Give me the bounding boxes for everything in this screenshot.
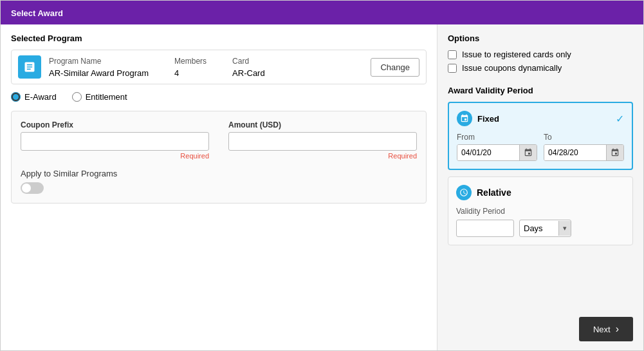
relative-icon: [456, 185, 472, 200]
to-input[interactable]: [544, 145, 606, 160]
calendar-icon: [611, 148, 620, 157]
fixed-card: Fixed ✓ From: [448, 102, 633, 170]
modal-container: Select Award Selected Program Program Na…: [0, 0, 644, 351]
to-calendar-btn[interactable]: [606, 145, 623, 160]
from-input-wrap: [457, 144, 537, 161]
option1-item: Issue to registered cards only: [448, 50, 633, 59]
selected-program-label: Selected Program: [11, 33, 427, 43]
option2-checkbox[interactable]: [448, 64, 457, 73]
right-panel: Options Issue to registered cards only I…: [437, 24, 643, 350]
form-section: Coupon Prefix Required Amount (USD) Requ…: [11, 111, 427, 204]
options-title: Options: [448, 33, 633, 43]
validity-section: Award Validity Period Fixed ✓: [448, 86, 633, 252]
apply-section: Apply to Similar Programs: [21, 169, 417, 194]
program-name-label: Program Name: [49, 57, 149, 66]
amount-required: Required: [228, 152, 417, 160]
validity-period-input[interactable]: [456, 220, 514, 237]
modal-body: Selected Program Program Name AR-Similar…: [1, 24, 643, 350]
entitlement-option[interactable]: Entitlement: [72, 92, 127, 102]
next-button[interactable]: Next ›: [579, 317, 633, 341]
members-label: Members: [174, 57, 207, 66]
validity-period-row: Days ▾: [456, 220, 625, 237]
entitlement-radio[interactable]: [72, 92, 82, 102]
award-type-group: E-Award Entitlement: [11, 92, 427, 102]
entitlement-label: Entitlement: [86, 92, 127, 102]
validity-period-label: Validity Period: [456, 207, 625, 216]
modal-title: Select Award: [11, 8, 63, 18]
relative-title: Relative: [477, 187, 511, 198]
validity-title: Award Validity Period: [448, 86, 633, 95]
left-panel: Selected Program Program Name AR-Similar…: [1, 24, 437, 350]
next-label: Next: [593, 325, 611, 334]
fixed-icon: [457, 111, 472, 126]
fixed-title: Fixed: [457, 111, 499, 126]
from-field: From: [457, 133, 537, 161]
apply-label: Apply to Similar Programs: [21, 169, 417, 178]
program-name-value: AR-Similar Award Program: [49, 68, 149, 78]
from-label: From: [457, 133, 537, 142]
card-label: Card: [232, 57, 265, 66]
relative-card: Relative Validity Period Days ▾: [448, 176, 633, 245]
days-select-wrap: Days ▾: [519, 220, 571, 237]
chevron-down-icon: ▾: [558, 221, 571, 236]
check-icon: ✓: [616, 113, 624, 125]
amount-input[interactable]: [228, 132, 417, 151]
form-row: Coupon Prefix Required Amount (USD) Requ…: [21, 120, 417, 160]
amount-field: Amount (USD) Required: [228, 120, 417, 160]
e-award-label: E-Award: [24, 92, 57, 102]
next-arrow-icon: ›: [616, 323, 619, 335]
coupon-prefix-label: Coupon Prefix: [21, 120, 209, 129]
program-icon: [18, 55, 41, 79]
option1-checkbox[interactable]: [448, 50, 457, 59]
clock-icon: [459, 188, 468, 197]
to-input-wrap: [544, 144, 624, 161]
from-calendar-btn[interactable]: [519, 145, 537, 160]
option2-label: Issue coupons dynamically: [462, 63, 562, 73]
program-members-col: Members 4: [174, 57, 207, 78]
coupon-prefix-required: Required: [21, 152, 209, 160]
option2-item: Issue coupons dynamically: [448, 63, 633, 73]
program-row: Program Name AR-Similar Award Program Me…: [11, 50, 427, 84]
amount-label: Amount (USD): [228, 120, 417, 129]
coupon-prefix-field: Coupon Prefix Required: [21, 120, 209, 160]
right-footer: Next ›: [448, 317, 633, 341]
date-row: From To: [457, 133, 624, 161]
from-input[interactable]: [457, 145, 519, 160]
members-value: 4: [174, 68, 207, 78]
option1-label: Issue to registered cards only: [462, 50, 571, 59]
relative-card-header: Relative: [456, 185, 625, 200]
days-select[interactable]: Days: [520, 220, 558, 236]
calendar-icon: [524, 148, 533, 157]
card-value: AR-Card: [232, 68, 265, 78]
fixed-card-header: Fixed ✓: [457, 111, 624, 126]
e-award-option[interactable]: E-Award: [11, 92, 57, 102]
modal-header: Select Award: [1, 1, 643, 24]
to-field: To: [544, 133, 624, 161]
coupon-prefix-input[interactable]: [21, 132, 209, 151]
document-icon: [23, 61, 36, 73]
apply-toggle[interactable]: [21, 182, 44, 194]
program-info: Program Name AR-Similar Award Program Me…: [49, 57, 371, 78]
program-card-col: Card AR-Card: [232, 57, 265, 78]
calendar-icon: [460, 114, 469, 123]
e-award-radio[interactable]: [11, 92, 21, 102]
change-button[interactable]: Change: [371, 58, 419, 77]
to-label: To: [544, 133, 624, 142]
program-name-col: Program Name AR-Similar Award Program: [49, 57, 149, 78]
